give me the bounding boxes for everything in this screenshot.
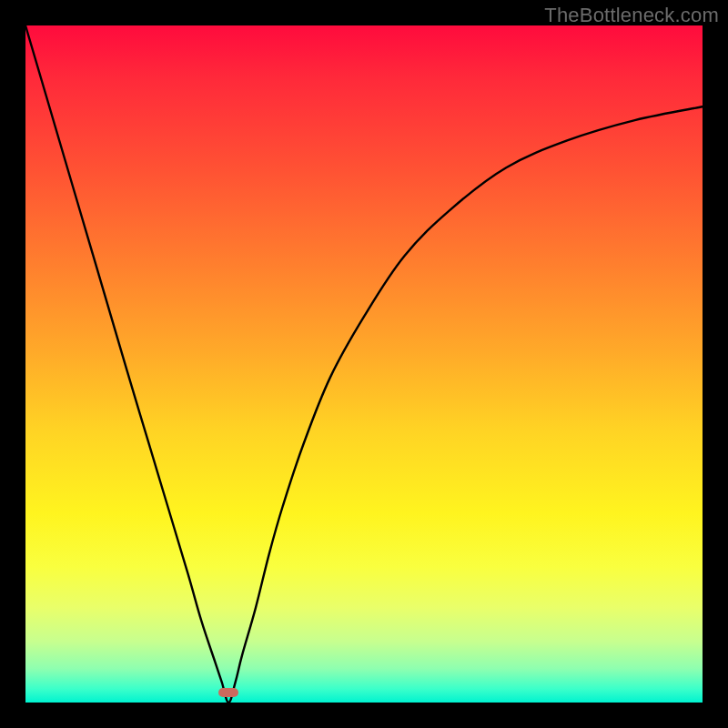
chart-frame: TheBottleneck.com <box>0 0 728 728</box>
curve-svg <box>25 25 703 703</box>
plot-area <box>25 25 703 703</box>
watermark-label: TheBottleneck.com <box>544 4 719 27</box>
bottleneck-curve <box>25 25 703 703</box>
dip-marker <box>218 688 238 697</box>
